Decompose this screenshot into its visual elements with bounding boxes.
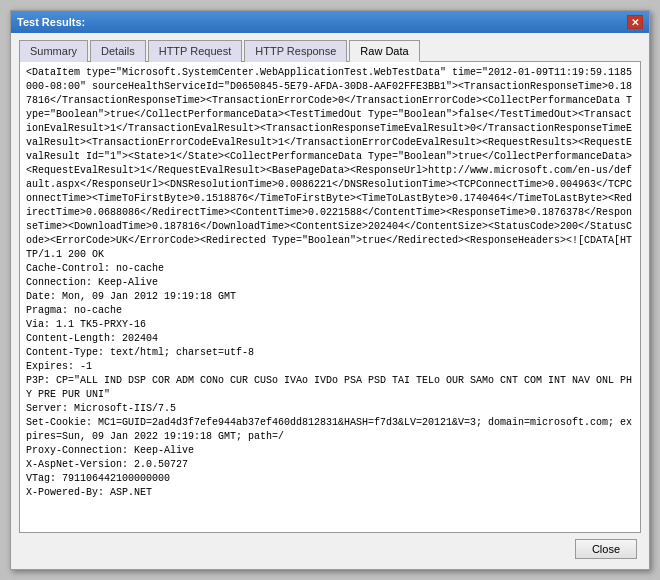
close-button[interactable]: Close — [575, 539, 637, 559]
tab-http-request[interactable]: HTTP Request — [148, 40, 243, 62]
tab-raw-data[interactable]: Raw Data — [349, 40, 419, 62]
footer: Close — [19, 533, 641, 561]
test-results-window: Test Results: ✕ Summary Details HTTP Req… — [10, 10, 650, 570]
tab-http-response[interactable]: HTTP Response — [244, 40, 347, 62]
tab-bar: Summary Details HTTP Request HTTP Respon… — [19, 39, 641, 62]
window-close-button[interactable]: ✕ — [627, 15, 643, 29]
content-area: Summary Details HTTP Request HTTP Respon… — [11, 33, 649, 569]
tab-summary[interactable]: Summary — [19, 40, 88, 62]
raw-data-content[interactable]: <DataItem type="Microsoft.SystemCenter.W… — [20, 62, 640, 532]
tab-content-area: <DataItem type="Microsoft.SystemCenter.W… — [19, 62, 641, 533]
title-bar: Test Results: ✕ — [11, 11, 649, 33]
tab-details[interactable]: Details — [90, 40, 146, 62]
window-title: Test Results: — [17, 16, 85, 28]
